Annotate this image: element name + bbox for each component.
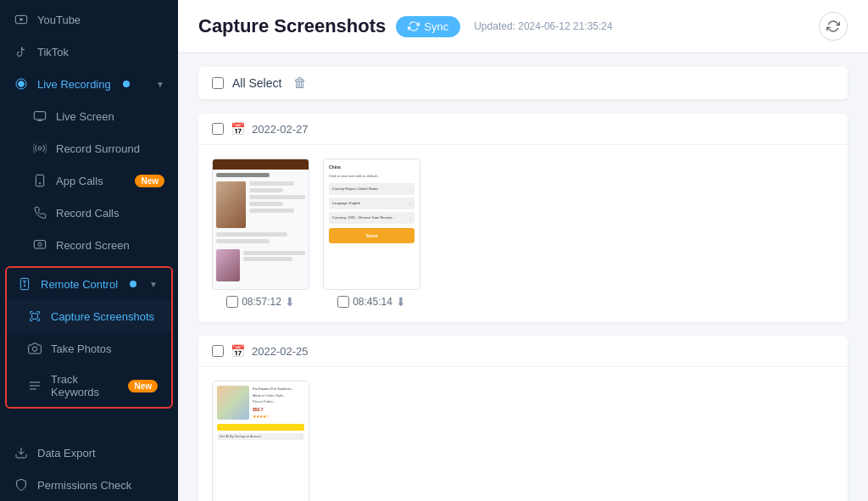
screenshot-thumb-1[interactable] (212, 159, 309, 290)
sidebar-label-youtube: YouTube (37, 14, 81, 26)
sync-button[interactable]: Sync (396, 16, 460, 37)
main-content: Capture Screenshots Sync Updated: 2024-0… (178, 0, 868, 501)
live-recording-dot (123, 81, 130, 87)
sidebar-label-live-recording: Live Recording (37, 78, 111, 91)
live-recording-chevron: ▼ (156, 80, 164, 89)
main-header: Capture Screenshots Sync Updated: 2024-0… (178, 0, 868, 53)
screenshot-card-2: China Click to save and add as default..… (323, 159, 420, 309)
sidebar-item-record-screen[interactable]: Record Screen (0, 229, 178, 261)
svg-point-2 (19, 81, 25, 87)
app-calls-badge: New (135, 175, 164, 187)
all-select-checkbox[interactable] (212, 77, 224, 89)
delete-icon[interactable]: 🗑 (293, 75, 307, 91)
sidebar-label-record-calls: Record Calls (56, 207, 119, 220)
sidebar: YouTube TikTok Live Recording ▼ Live Scr… (0, 0, 178, 501)
svg-rect-8 (36, 175, 43, 186)
remote-control-chevron: ▼ (149, 280, 158, 289)
sidebar-label-app-calls: App Calls (56, 175, 103, 187)
screenshot-1-checkbox[interactable] (226, 296, 238, 308)
date-label-2: 2022-02-25 (252, 345, 309, 358)
date-header-2: 📅 2022-02-25 (198, 336, 848, 367)
svg-rect-10 (34, 241, 45, 248)
svg-point-11 (38, 242, 42, 246)
screenshots-row-1: 08:57:12 ⬇ China Click to save and add a… (198, 145, 848, 322)
all-select-label[interactable]: All Select (232, 76, 281, 90)
recording-icon (14, 76, 29, 92)
app-calls-icon (32, 173, 47, 188)
all-select-bar: All Select 🗑 (198, 67, 848, 100)
refresh-button[interactable] (819, 12, 848, 41)
date-group-1: 📅 2022-02-27 (198, 114, 848, 322)
content-area: All Select 🗑 📅 2022-02-27 (178, 53, 868, 501)
tiktok-icon (14, 44, 29, 59)
sidebar-label-record-screen: Record Screen (56, 239, 130, 252)
screenshot-card-1: 08:57:12 ⬇ (212, 159, 309, 309)
screenshot-footer-1: 08:57:12 ⬇ (226, 295, 295, 309)
screenshot-footer-2: 08:45:14 ⬇ (337, 295, 406, 309)
camera-icon (27, 341, 42, 356)
date-label-1: 2022-02-27 (252, 123, 309, 136)
sidebar-item-tiktok[interactable]: TikTok (0, 36, 178, 68)
date-group-2-checkbox[interactable] (212, 345, 224, 357)
svg-rect-16 (32, 314, 38, 320)
calendar-icon-2: 📅 (231, 344, 245, 358)
sidebar-label-record-surround: Record Surround (56, 142, 140, 155)
sidebar-item-remote-control[interactable]: Remote Control ▼ (7, 268, 171, 300)
svg-rect-4 (34, 112, 45, 120)
svg-marker-1 (20, 18, 24, 21)
sidebar-label-live-screen: Live Screen (56, 110, 114, 123)
live-screen-icon (32, 109, 47, 124)
sidebar-label-capture-screenshots: Capture Screenshots (51, 310, 154, 323)
svg-point-15 (24, 285, 25, 286)
screenshot-thumb-3[interactable]: Far Eastern Far Southern... Made to Orde… (212, 381, 309, 501)
svg-point-17 (32, 347, 36, 351)
svg-point-9 (39, 183, 40, 184)
export-icon (14, 445, 29, 460)
sidebar-label-permissions-check: Permissions Check (37, 479, 131, 492)
sidebar-item-take-photos[interactable]: Take Photos (7, 332, 171, 365)
sidebar-label-track-keywords: Track Keywords (51, 373, 120, 398)
remote-control-dot (130, 281, 136, 287)
updated-timestamp: Updated: 2024-06-12 21:35:24 (474, 20, 612, 32)
sidebar-item-live-screen[interactable]: Live Screen (0, 100, 178, 132)
download-icon-1[interactable]: ⬇ (285, 295, 295, 309)
screenshot-2-time: 08:45:14 (353, 296, 392, 308)
keywords-icon (27, 378, 42, 393)
download-icon-2[interactable]: ⬇ (396, 295, 406, 309)
track-keywords-badge: New (128, 380, 158, 392)
surround-icon (32, 141, 47, 156)
screenshots-row-2: Far Eastern Far Southern... Made to Orde… (198, 367, 848, 501)
screenshot-thumb-2[interactable]: China Click to save and add as default..… (323, 159, 420, 290)
sidebar-item-track-keywords[interactable]: Track Keywords New (7, 365, 171, 407)
date-header-1: 📅 2022-02-27 (198, 114, 848, 145)
sidebar-label-tiktok: TikTok (37, 46, 69, 58)
sidebar-item-app-calls[interactable]: App Calls New (0, 164, 178, 197)
record-calls-icon (32, 205, 47, 220)
screenshot-card-3: Far Eastern Far Southern... Made to Orde… (212, 381, 309, 501)
sidebar-label-take-photos: Take Photos (51, 342, 112, 355)
sidebar-item-capture-screenshots[interactable]: Capture Screenshots (7, 300, 171, 332)
page-title: Capture Screenshots (198, 15, 386, 37)
sidebar-item-live-recording[interactable]: Live Recording ▼ (0, 68, 178, 100)
screenshot-2-checkbox[interactable] (337, 296, 349, 308)
record-screen-icon (32, 237, 47, 253)
date-group-2: 📅 2022-02-25 Far Eastern Far Southern... (198, 336, 848, 501)
svg-point-7 (38, 147, 42, 150)
youtube-icon (14, 12, 29, 27)
screenshot-icon (27, 309, 42, 324)
remote-control-group: Remote Control ▼ Capture Screenshots Tak… (5, 266, 173, 409)
permissions-icon (14, 477, 29, 493)
sidebar-item-permissions-check[interactable]: Permissions Check (0, 469, 178, 501)
sidebar-item-youtube[interactable]: YouTube (0, 3, 178, 36)
sidebar-label-data-export: Data Export (37, 447, 96, 459)
screenshot-1-time: 08:57:12 (242, 296, 281, 308)
date-group-1-checkbox[interactable] (212, 123, 224, 135)
sidebar-label-remote-control: Remote Control (41, 278, 118, 291)
calendar-icon-1: 📅 (231, 122, 245, 136)
sidebar-item-record-calls[interactable]: Record Calls (0, 197, 178, 229)
sidebar-item-record-surround[interactable]: Record Surround (0, 132, 178, 164)
remote-control-icon (17, 276, 32, 292)
sidebar-item-data-export[interactable]: Data Export (0, 437, 178, 469)
